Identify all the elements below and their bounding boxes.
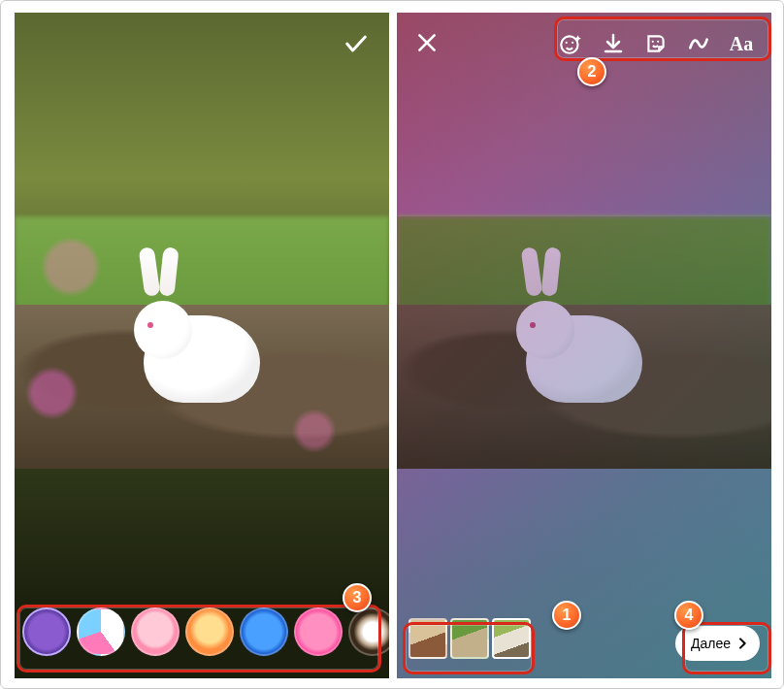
filter-heart-eyes[interactable] [185,607,234,656]
draw-icon[interactable] [684,29,713,58]
right-screen: Aa Далее [397,13,771,678]
left-screen [15,13,389,678]
chevron-right-icon [735,636,750,651]
svg-point-8 [657,41,659,43]
svg-point-7 [652,41,654,43]
effects-icon[interactable] [556,29,585,58]
next-button-label: Далее [691,636,731,651]
confirm-button[interactable] [343,30,370,57]
filter-eye-lash[interactable] [348,607,389,656]
filter-strip [18,601,385,663]
filter-color-swirl[interactable] [77,607,125,656]
story-photo [15,216,389,469]
text-icon[interactable]: Aa [727,29,756,58]
svg-point-3 [566,42,568,44]
thumb-field-photo[interactable] [450,618,489,659]
filter-blue-globe[interactable] [240,607,288,656]
sticker-icon[interactable] [641,29,670,58]
story-photo-right [397,216,771,469]
filter-pink-glow[interactable] [294,607,343,656]
thumb-dog-photo[interactable] [408,618,447,659]
download-icon[interactable] [599,29,628,58]
thumb-rabbit-photo[interactable] [492,618,531,659]
next-button[interactable]: Далее [675,626,760,661]
close-button[interactable] [414,30,441,57]
tutorial-frame: Aa Далее 2 3 1 4 [0,0,784,689]
svg-point-2 [561,36,577,52]
selected-photos [407,616,533,663]
text-icon-label: Aa [730,33,753,55]
filter-sparkle-purple[interactable] [22,607,71,656]
top-toolbar: Aa [548,22,764,65]
svg-point-4 [572,42,573,44]
filter-pig-face[interactable] [131,607,180,656]
